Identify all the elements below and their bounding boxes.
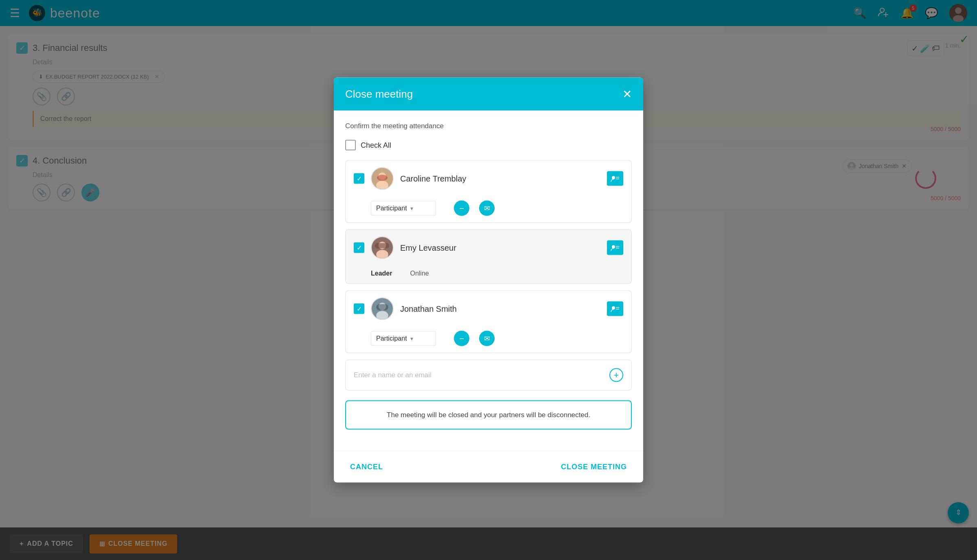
- svg-point-34: [612, 306, 615, 310]
- svg-point-31: [376, 311, 388, 320]
- role-label-caroline: Participant: [376, 205, 407, 212]
- participant-top-caroline: ✓ Caroline Tremblay: [346, 161, 631, 197]
- remove-participant-jonathan[interactable]: −: [454, 331, 469, 346]
- modal-title: Close meeting: [345, 88, 413, 101]
- svg-rect-25: [610, 244, 620, 252]
- check-all-row: Check All: [345, 140, 632, 151]
- participant-card-caroline: ✓ Caroline Tremblay: [345, 160, 632, 223]
- participant-name-jonathan: Jonathan Smith: [400, 304, 600, 313]
- participant-checkbox-emy[interactable]: ✓: [354, 243, 364, 253]
- svg-rect-33: [610, 305, 620, 313]
- close-meeting-confirm-button[interactable]: CLOSE MEETING: [556, 458, 632, 476]
- add-participant-section: +: [345, 360, 632, 391]
- meeting-notice-box: The meeting will be closed and your part…: [345, 400, 632, 430]
- email-participant-caroline[interactable]: ✉: [479, 201, 495, 216]
- svg-point-18: [612, 176, 615, 179]
- contact-icon-caroline[interactable]: [607, 171, 623, 186]
- svg-point-26: [612, 245, 615, 249]
- participant-card-jonathan: ✓ Jonathan Smith: [345, 291, 632, 353]
- check-all-checkbox[interactable]: [345, 140, 356, 151]
- role-select-caroline[interactable]: Participant ▾: [371, 201, 436, 216]
- email-participant-jonathan[interactable]: ✉: [479, 331, 495, 346]
- participant-checkbox-caroline[interactable]: ✓: [354, 173, 364, 184]
- modal-header: Close meeting ✕: [334, 78, 643, 111]
- participant-name-caroline: Caroline Tremblay: [400, 174, 600, 183]
- participant-card-emy: ✓ Emy Levasseur: [345, 230, 632, 284]
- add-participant-input[interactable]: [354, 371, 609, 379]
- modal-close-button[interactable]: ✕: [622, 88, 632, 101]
- cancel-button[interactable]: CANCEL: [345, 458, 388, 476]
- contact-icon-jonathan[interactable]: [607, 302, 623, 316]
- role-label-jonathan: Participant: [376, 335, 407, 342]
- modal-subtitle: Confirm the meeting attendance: [345, 122, 632, 130]
- svg-rect-32: [376, 304, 388, 310]
- notice-text: The meeting will be closed and your part…: [387, 411, 590, 419]
- dropdown-arrow-jonathan: ▾: [410, 335, 413, 342]
- participant-bottom-caroline: Participant ▾ − ✉: [346, 197, 631, 223]
- modal-footer: CANCEL CLOSE MEETING: [334, 451, 643, 483]
- dropdown-arrow-caroline: ▾: [410, 205, 413, 212]
- role-label-emy: Leader: [371, 270, 392, 277]
- participant-bottom-emy: Leader Online: [346, 266, 631, 284]
- remove-participant-caroline[interactable]: −: [454, 201, 469, 216]
- modal-body: Confirm the meeting attendance Check All…: [334, 111, 643, 451]
- role-select-jonathan[interactable]: Participant ▾: [371, 331, 436, 346]
- close-meeting-modal: Close meeting ✕ Confirm the meeting atte…: [334, 78, 643, 483]
- svg-rect-16: [377, 175, 388, 181]
- participant-top-emy: ✓ Emy Levasseur: [346, 230, 631, 266]
- participant-avatar-emy: [371, 236, 394, 259]
- svg-rect-17: [610, 175, 620, 183]
- svg-point-15: [376, 181, 388, 190]
- add-participant-button[interactable]: +: [609, 368, 623, 382]
- participant-name-emy: Emy Levasseur: [400, 243, 600, 252]
- contact-icon-emy[interactable]: [607, 241, 623, 255]
- check-all-label: Check All: [361, 141, 391, 149]
- svg-rect-24: [375, 243, 389, 248]
- participant-bottom-jonathan: Participant ▾ − ✉: [346, 327, 631, 353]
- online-label-emy: Online: [410, 270, 429, 277]
- participant-avatar-caroline: [371, 167, 394, 190]
- svg-point-23: [376, 250, 388, 259]
- participant-top-jonathan: ✓ Jonathan Smith: [346, 291, 631, 327]
- participant-checkbox-jonathan[interactable]: ✓: [354, 304, 364, 314]
- participant-avatar-jonathan: [371, 298, 394, 320]
